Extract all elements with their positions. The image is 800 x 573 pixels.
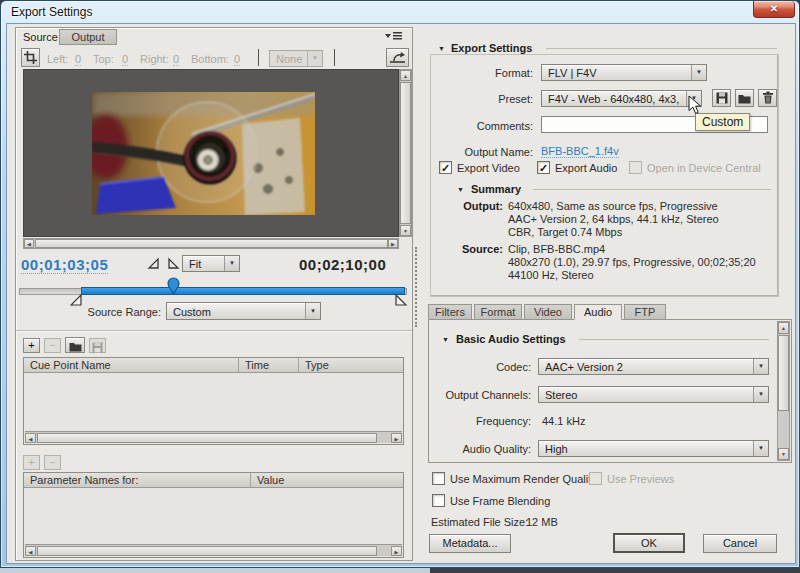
video-frame bbox=[92, 92, 315, 215]
codec-dropdown[interactable]: AAC+ Version 2 ▼ bbox=[538, 358, 769, 375]
tab-output[interactable]: Output bbox=[59, 29, 117, 45]
scroll-right-icon[interactable]: ▶ bbox=[391, 546, 402, 556]
scroll-down-icon[interactable]: ▼ bbox=[400, 225, 411, 236]
panel-menu-button[interactable] bbox=[382, 28, 404, 41]
export-video-checkbox[interactable]: ✓ bbox=[439, 161, 452, 174]
timeline-range-bar[interactable] bbox=[81, 287, 405, 295]
mouse-cursor bbox=[688, 95, 702, 115]
parameter-table-header[interactable]: Parameter Names for: Value bbox=[24, 473, 403, 488]
trash-icon bbox=[762, 91, 774, 104]
format-dropdown[interactable]: FLV | F4V ▼ bbox=[541, 64, 707, 81]
scroll-left-icon[interactable]: ◀ bbox=[24, 239, 34, 248]
preset-dropdown[interactable]: F4V - Web - 640x480, 4x3, P... ▼ bbox=[541, 90, 702, 107]
output-preview-button[interactable] bbox=[386, 48, 409, 67]
title-bar[interactable]: Export Settings ✕ bbox=[1, 1, 799, 23]
max-render-quality-checkbox[interactable] bbox=[432, 472, 445, 485]
parameter-table[interactable]: Parameter Names for: Value ◀ ▶ bbox=[23, 472, 404, 558]
chevron-down-icon: ▼ bbox=[305, 303, 320, 319]
ok-button[interactable]: OK bbox=[613, 533, 685, 553]
scroll-down-icon[interactable]: ▼ bbox=[778, 448, 789, 460]
pane-splitter[interactable] bbox=[415, 247, 417, 327]
audio-quality-label: Audio Quality: bbox=[421, 443, 531, 455]
scroll-left-icon[interactable]: ◀ bbox=[25, 433, 36, 443]
summary-source-line1: Clip, BFB-BBC.mp4 bbox=[508, 243, 605, 255]
video-preview-area[interactable] bbox=[23, 69, 399, 237]
summary-output-line2: AAC+ Version 2, 64 kbps, 44.1 kHz, Stere… bbox=[508, 213, 719, 225]
source-range-label: Source Range: bbox=[61, 306, 161, 318]
crop-bottom-label: Bottom: bbox=[191, 53, 229, 65]
column-type[interactable]: Type bbox=[305, 359, 329, 371]
summary-header: Summary bbox=[471, 183, 521, 195]
export-settings-dialog: Export Settings ✕ Source Output Left: 0 bbox=[0, 0, 800, 568]
tab-format[interactable]: Format bbox=[474, 304, 522, 320]
scroll-right-icon[interactable]: ▶ bbox=[391, 433, 402, 443]
tab-source[interactable]: Source bbox=[23, 31, 58, 43]
frame-blending-label: Use Frame Blending bbox=[450, 495, 550, 507]
crop-right-value[interactable]: 0 bbox=[173, 53, 179, 66]
cancel-button[interactable]: Cancel bbox=[703, 534, 777, 553]
add-cue-point-button[interactable]: + bbox=[23, 338, 40, 353]
save-cue-points-button bbox=[89, 338, 106, 353]
output-channels-dropdown[interactable]: Stereo ▼ bbox=[538, 386, 769, 403]
section-rule bbox=[579, 339, 769, 340]
column-cue-point-name[interactable]: Cue Point Name bbox=[30, 359, 111, 371]
basic-audio-collapse-icon[interactable]: ▼ bbox=[442, 336, 449, 343]
tab-ftp[interactable]: FTP bbox=[624, 304, 666, 320]
frame-blending-checkbox[interactable] bbox=[432, 494, 445, 507]
scrollbar-thumb[interactable] bbox=[778, 335, 789, 411]
column-parameter-names[interactable]: Parameter Names for: bbox=[30, 474, 138, 486]
delete-preset-button[interactable] bbox=[758, 89, 777, 107]
metadata-button[interactable]: Metadata... bbox=[429, 534, 511, 553]
set-out-point-icon[interactable] bbox=[167, 257, 180, 270]
parameter-table-horizontal-scrollbar[interactable]: ◀ ▶ bbox=[25, 544, 402, 556]
device-central-label: Open in Device Central bbox=[647, 162, 761, 174]
frequency-label: Frequency: bbox=[421, 415, 531, 427]
export-audio-checkbox[interactable]: ✓ bbox=[537, 161, 550, 174]
column-time[interactable]: Time bbox=[245, 359, 269, 371]
scrollbar-thumb[interactable] bbox=[37, 433, 377, 443]
scroll-up-icon[interactable]: ▲ bbox=[778, 322, 789, 334]
summary-collapse-icon[interactable]: ▼ bbox=[457, 186, 464, 193]
save-preset-button[interactable] bbox=[712, 89, 731, 107]
output-name-label: Output Name: bbox=[433, 146, 533, 158]
tab-filters[interactable]: Filters bbox=[428, 304, 472, 320]
crop-left-value[interactable]: 0 bbox=[75, 53, 81, 66]
set-in-point-icon[interactable] bbox=[147, 257, 160, 270]
cue-table-horizontal-scrollbar[interactable]: ◀ ▶ bbox=[25, 431, 402, 443]
preview-horizontal-scrollbar[interactable]: ◀ ▶ bbox=[23, 238, 399, 249]
load-cue-points-button[interactable] bbox=[65, 337, 85, 353]
audio-panel-vertical-scrollbar[interactable]: ▲ ▼ bbox=[777, 321, 790, 461]
current-timecode[interactable]: 00;01;03;05 bbox=[21, 256, 108, 274]
crop-top-value[interactable]: 0 bbox=[122, 53, 128, 66]
playhead-icon[interactable] bbox=[167, 277, 180, 295]
scrollbar-thumb[interactable] bbox=[35, 239, 388, 248]
export-audio-label: Export Audio bbox=[555, 162, 617, 174]
crop-button[interactable] bbox=[21, 48, 40, 67]
cue-point-table[interactable]: Cue Point Name Time Type ◀ ▶ bbox=[23, 357, 404, 445]
output-channels-label: Output Channels: bbox=[421, 389, 531, 401]
scroll-up-icon[interactable]: ▲ bbox=[400, 70, 411, 81]
crop-top-label: Top: bbox=[93, 53, 114, 65]
column-value[interactable]: Value bbox=[257, 474, 284, 486]
comments-label: Comments: bbox=[433, 120, 533, 132]
folder-icon bbox=[738, 94, 751, 104]
export-settings-collapse-icon[interactable]: ▼ bbox=[438, 45, 445, 52]
source-range-dropdown[interactable]: Custom ▼ bbox=[166, 302, 321, 320]
crop-bottom-value[interactable]: 0 bbox=[234, 53, 240, 66]
tab-audio[interactable]: Audio bbox=[574, 304, 622, 320]
zoom-level-dropdown[interactable]: Fit ▼ bbox=[182, 255, 240, 272]
output-name-link[interactable]: BFB-BBC_1.f4v bbox=[541, 145, 619, 158]
range-out-handle[interactable] bbox=[395, 294, 408, 307]
close-button[interactable]: ✕ bbox=[753, 1, 795, 18]
audio-quality-dropdown[interactable]: High ▼ bbox=[538, 440, 769, 457]
duration-timecode: 00;02;10;00 bbox=[299, 256, 386, 273]
tab-video[interactable]: Video bbox=[524, 304, 572, 320]
import-preset-button[interactable] bbox=[735, 89, 754, 107]
preview-vertical-scrollbar[interactable]: ▲ ▼ bbox=[399, 69, 412, 237]
summary-output-line1: 640x480, Same as source fps, Progressive bbox=[508, 200, 718, 212]
scroll-right-icon[interactable]: ▶ bbox=[388, 239, 398, 248]
scrollbar-thumb[interactable] bbox=[37, 546, 377, 556]
scrollbar-thumb[interactable] bbox=[400, 82, 411, 224]
cue-point-table-header[interactable]: Cue Point Name Time Type bbox=[24, 358, 403, 373]
scroll-left-icon[interactable]: ◀ bbox=[25, 546, 36, 556]
